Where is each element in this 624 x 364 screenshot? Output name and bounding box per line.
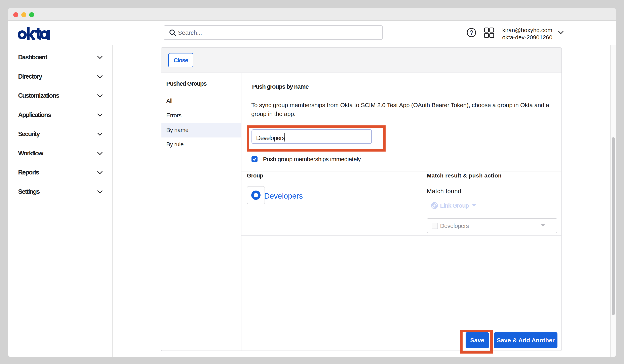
svg-text:?: ? [469, 29, 473, 36]
